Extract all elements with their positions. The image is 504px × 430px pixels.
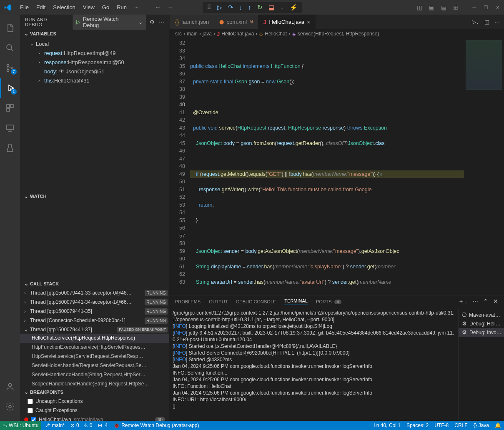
terminal-session[interactable]: ⚙Debug: Invo…	[459, 328, 504, 337]
menu-go[interactable]: Go	[99, 2, 113, 12]
bp-file[interactable]: HelloChat.javasrc/main/java40	[20, 415, 169, 421]
nav-back-icon[interactable]: ←	[155, 4, 161, 11]
menu-file[interactable]: File	[17, 2, 32, 12]
code-content[interactable]: public class HelloChat implements HttpFu…	[190, 38, 464, 295]
toggle-sidebar-icon[interactable]: ▣	[429, 4, 434, 11]
accounts-icon[interactable]	[0, 377, 20, 397]
more-icon[interactable]: ⋯	[494, 19, 500, 25]
callstack-section-header[interactable]: ⌄CALL STACK	[20, 279, 169, 288]
thread-row[interactable]: ›Thread [qtp1500079441-33-acceptor-0@48……	[20, 288, 169, 298]
more-icon[interactable]: ⋯	[159, 19, 164, 25]
gutter[interactable]: 32 33 34 35 36 37 38 39 40 41 42 43 44 4…	[169, 38, 190, 295]
cursor-position[interactable]: Ln 40, Col 1	[371, 422, 404, 428]
nav-forward-icon[interactable]: →	[167, 4, 174, 11]
grip-icon[interactable]: ⠿	[207, 4, 211, 11]
thread-row[interactable]: ›Thread [Connector-Scheduler-6920b0bc-1]…	[20, 316, 169, 325]
ports-indicator[interactable]: ⛨4	[95, 421, 110, 430]
maximize-icon[interactable]: ☐	[484, 5, 488, 10]
terminal-output[interactable]: /grpc/grpc-context/1.27.2/grpc-context-1…	[169, 308, 458, 421]
toggle-bottom-icon[interactable]: ▤	[441, 4, 446, 11]
explorer-icon[interactable]	[0, 18, 20, 38]
code-editor[interactable]: 32 33 34 35 36 37 38 39 40 41 42 43 44 4…	[169, 38, 504, 295]
watch-section-header[interactable]: ⌄WATCH	[20, 192, 169, 201]
more-icon[interactable]: ⋯	[472, 298, 478, 305]
bp-checkbox[interactable]	[28, 408, 33, 413]
minimize-icon[interactable]: ─	[472, 5, 476, 10]
stack-frame[interactable]: ServletHolder.handle(Request,ServletRequ…	[20, 362, 169, 371]
remote-indicator[interactable]: ⇋WSL: Ubuntu	[0, 421, 41, 430]
breadcrumbs[interactable]: src› main› java› JHelloChat.java› ◇Hello…	[169, 29, 504, 38]
new-terminal-icon[interactable]: ＋⌄	[458, 298, 467, 305]
breakpoints-section-header[interactable]: ⌄BREAKPOINTS	[20, 388, 169, 397]
maximize-panel-icon[interactable]: ⌃	[483, 298, 488, 305]
bp-checkbox[interactable]	[31, 417, 36, 421]
step-out-icon[interactable]: ↑	[248, 4, 251, 11]
branch-indicator[interactable]: ⎇main*	[41, 421, 68, 430]
terminal-session[interactable]: ⎔Maven-avat…	[459, 310, 504, 319]
extensions-icon[interactable]	[0, 98, 20, 118]
language-indicator[interactable]: {}Java	[471, 422, 492, 428]
eol-indicator[interactable]: CRLF	[451, 422, 470, 428]
customize-layout-icon[interactable]: ⊞	[453, 4, 458, 11]
close-icon[interactable]: ×	[307, 19, 310, 25]
var-request[interactable]: ›request: HttpRequestImpl@49	[20, 48, 169, 58]
search-icon[interactable]	[0, 38, 20, 58]
menu-edit[interactable]: Edit	[33, 2, 49, 12]
settings-icon[interactable]	[0, 397, 20, 417]
menu-view[interactable]: View	[80, 2, 98, 12]
step-into-icon[interactable]: ↓	[239, 4, 243, 11]
panel-tab-ports[interactable]: PORTS4	[316, 299, 341, 304]
testing-icon[interactable]	[0, 138, 20, 158]
run-debug-icon[interactable]: 1	[0, 78, 20, 98]
source-control-icon[interactable]: 7	[0, 58, 20, 78]
remote-explorer-icon[interactable]	[0, 118, 20, 138]
stack-frame[interactable]: HelloChat.service(HttpRequest,HttpRespon…	[20, 334, 169, 343]
run-icon[interactable]: ▷⌄	[472, 19, 479, 25]
close-panel-icon[interactable]: ✕	[493, 298, 498, 305]
encoding-indicator[interactable]: UTF-8	[431, 422, 451, 428]
menu-selection[interactable]: Selection	[50, 2, 78, 12]
panel-tab-debug-console[interactable]: DEBUG CONSOLE	[236, 299, 276, 304]
tab-pom-xml[interactable]: ⬤pom.xmlM	[214, 15, 258, 29]
stop-icon[interactable]: ⬓	[268, 4, 274, 11]
close-icon[interactable]: ✕	[496, 5, 500, 10]
thread-row[interactable]: ›Thread [qtp1500079441-34-acceptor-1@66……	[20, 298, 169, 307]
thread-paused[interactable]: ⌄Thread [qtp1500079441-37]PAUSED ON BREA…	[20, 325, 169, 334]
split-editor-icon[interactable]: ◫	[484, 19, 489, 25]
hot-swap-icon[interactable]: ⚡	[290, 4, 298, 11]
bp-caught[interactable]: Caught Exceptions	[20, 406, 169, 415]
restart-icon[interactable]: ↻	[257, 4, 263, 11]
bp-checkbox[interactable]	[28, 399, 33, 404]
stack-frame[interactable]: HttpFunctionExecutor.service(HttpServlet…	[20, 343, 169, 352]
tab-launch-json[interactable]: {}launch.json	[170, 15, 214, 29]
thread-row[interactable]: ›Thread [qtp1500079441-35]RUNNING	[20, 307, 169, 316]
debug-config-dropdown[interactable]: ▷ Remote Watch Debug ⌄	[73, 15, 146, 30]
variables-section-header[interactable]: ⌄VARIABLES	[20, 29, 169, 38]
tab-hellochat-java[interactable]: JHelloChat.java×	[258, 15, 316, 29]
toggle-panel-icon[interactable]: ◫	[417, 4, 422, 11]
gear-icon[interactable]: ⚙	[150, 19, 155, 25]
menu-more[interactable]: ···	[131, 2, 142, 12]
menu-run[interactable]: Run	[113, 2, 130, 12]
chevron-down-icon[interactable]: ⌄	[280, 5, 284, 10]
notifications-icon[interactable]: 🔔	[492, 422, 504, 428]
var-body[interactable]: body: 👁JsonObject@51	[20, 67, 169, 76]
step-over-icon[interactable]: ↷	[228, 4, 233, 11]
continue-icon[interactable]: ▷	[217, 4, 222, 11]
debug-status[interactable]: 🐞Remote Watch Debug (avatar-app)	[110, 421, 202, 430]
panel-tab-terminal[interactable]: TERMINAL	[284, 298, 308, 305]
stack-frame[interactable]: ServletHandler.doHandle(String,Request,H…	[20, 371, 169, 380]
local-scope[interactable]: ⌄Local	[20, 39, 169, 48]
class-icon: ◇	[259, 31, 263, 37]
panel-tab-output[interactable]: OUTPUT	[209, 299, 228, 304]
minimap[interactable]	[464, 38, 504, 295]
terminal-session[interactable]: ⚙Debug: Hell…	[459, 319, 504, 328]
var-this[interactable]: ›this: HelloChat@31	[20, 76, 169, 85]
indent-indicator[interactable]: Spaces: 2	[404, 422, 431, 428]
problems-indicator[interactable]: ⊘0⚠0	[68, 421, 95, 430]
var-response[interactable]: ›response: HttpResponseImpl@50	[20, 58, 169, 67]
bp-uncaught[interactable]: Uncaught Exceptions	[20, 397, 169, 406]
stack-frame[interactable]: ScopedHandler.nextHandle(String,Request,…	[20, 380, 169, 388]
stack-frame[interactable]: HttpServlet.service(ServletRequest,Servl…	[20, 352, 169, 362]
panel-tab-problems[interactable]: PROBLEMS	[175, 299, 201, 304]
